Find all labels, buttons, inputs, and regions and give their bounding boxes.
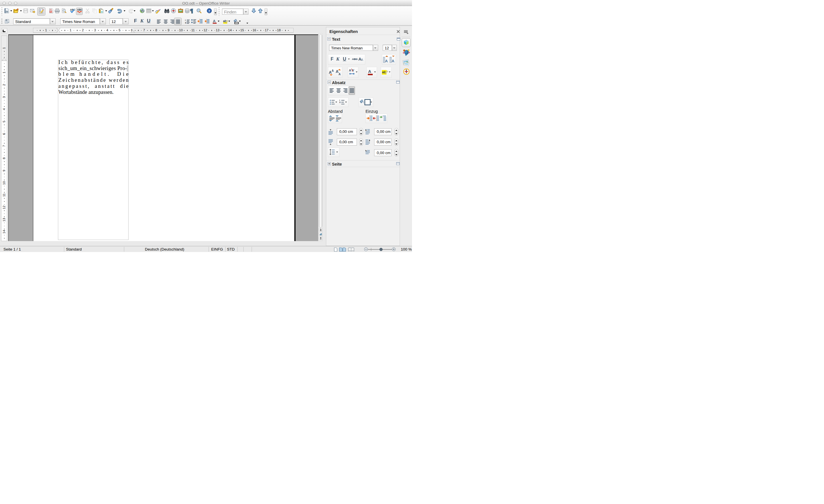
svg-text:¶: ¶ (190, 8, 193, 13)
svg-text:II: II (185, 21, 186, 23)
svg-text:?: ? (208, 9, 210, 13)
svg-text:A: A (332, 69, 334, 72)
svg-text:PDF: PDF (49, 11, 53, 12)
svg-text:A: A (349, 69, 351, 72)
svg-text:ABC: ABC (77, 8, 82, 11)
svg-text:A: A (329, 70, 332, 75)
svg-text:N: N (406, 69, 407, 71)
svg-text:A: A (336, 69, 338, 74)
svg-text:A: A (385, 59, 388, 63)
svg-text:II: II (339, 101, 340, 103)
svg-text:A: A (213, 19, 216, 23)
svg-text:ABC: ABC (70, 8, 75, 11)
svg-text:A: A (368, 69, 371, 74)
svg-text:A: A (392, 59, 395, 63)
svg-text:A: A (338, 73, 340, 76)
svg-text:A: A (361, 58, 363, 62)
svg-text:I: I (185, 19, 186, 21)
